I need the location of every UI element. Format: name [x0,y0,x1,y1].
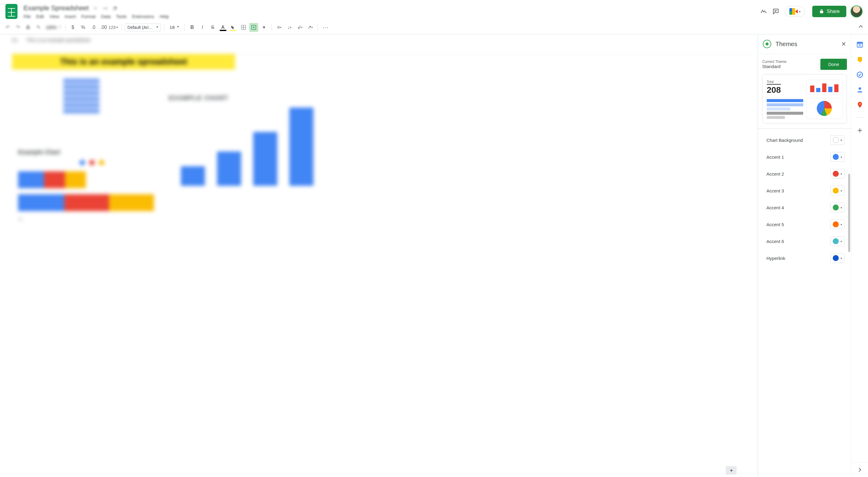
cell-reference[interactable]: A1 [12,37,18,42]
star-icon[interactable]: ☆ [93,5,98,11]
panel-header: Themes ✕ [758,34,851,54]
meet-icon [789,8,798,15]
title-block: Example Spreadsheet ☆ ▭ ◔ File Edit View… [24,4,169,19]
close-panel-button[interactable]: ✕ [841,40,846,47]
strikethrough-button[interactable]: S [208,23,217,32]
cloud-status-icon[interactable]: ◔ [112,5,118,11]
menu-view[interactable]: View [50,14,59,19]
collapse-toolbar-button[interactable] [858,24,864,31]
formula-input[interactable]: This is an example spreadsheet [27,37,90,42]
theme-option-label: Accent 3 [767,188,784,193]
embedded-chart-columns[interactable]: EXAMPLE CHART [169,95,326,194]
color-picker[interactable]: ▾ [830,236,844,246]
meet-button[interactable]: ▾ [785,6,805,17]
color-picker[interactable]: ▾ [830,253,844,263]
theme-option-row: Accent 2▾ [758,165,851,182]
bold-button[interactable]: B [188,23,197,32]
percent-button[interactable]: % [79,23,88,32]
italic-button[interactable]: I [198,23,207,32]
font-size-select[interactable]: 18 [167,24,181,31]
contacts-icon[interactable] [856,86,864,93]
explore-button[interactable]: ✦ [726,466,737,475]
decrease-decimal-button[interactable]: .0 [89,23,98,32]
more-toolbar-button[interactable]: ⋯ [321,23,330,32]
panel-title: Themes [775,41,837,47]
doc-title[interactable]: Example Spreadsheet [24,4,89,12]
done-button[interactable]: Done [820,59,847,70]
sheet-content: A1 This is an example spreadsheet This i… [0,34,758,477]
theme-option-row: Hyperlink▾ [758,250,851,267]
vertical-align-button[interactable]: ↓▾ [285,23,294,32]
separator [318,24,318,31]
theme-preview-card[interactable]: Total 208 [762,74,847,124]
undo-button[interactable]: ↶ [3,23,12,32]
print-button[interactable]: 🖶 [24,23,33,32]
workspace: A1 This is an example spreadsheet This i… [0,34,868,477]
menu-tools[interactable]: Tools [116,14,127,19]
formula-bar[interactable]: A1 This is an example spreadsheet [12,37,752,42]
currency-button[interactable]: $ [68,23,78,32]
account-avatar[interactable] [850,5,863,18]
color-swatch [833,238,839,244]
borders-button[interactable] [239,23,248,32]
menu-help[interactable]: Help [159,14,169,19]
menu-insert[interactable]: Insert [64,14,76,19]
theme-option-label: Accent 5 [767,222,784,227]
color-swatch [833,204,839,210]
rail-divider [856,117,864,118]
sheet-area[interactable]: A1 This is an example spreadsheet This i… [0,34,758,477]
increase-decimal-button[interactable]: .00 [99,23,108,32]
move-icon[interactable]: ▭ [102,5,108,11]
redo-button[interactable]: ↷ [13,23,22,32]
color-swatch [833,154,839,160]
text-color-button[interactable]: A [218,23,227,32]
menu-format[interactable]: Format [82,14,96,19]
current-theme-row: Current Theme Standard Done [758,54,851,74]
merge-cells-button[interactable] [249,23,258,32]
color-picker[interactable]: ▾ [830,169,844,178]
text-rotation-button[interactable]: ↗▾ [306,23,315,32]
keep-icon[interactable] [856,56,864,63]
chevron-down-icon: ▾ [799,10,801,13]
preview-bar-chart [806,80,843,95]
zoom-select[interactable]: 100% [44,24,62,31]
menu-edit[interactable]: Edit [36,14,44,19]
color-picker[interactable]: ▾ [830,219,844,229]
merge-dropdown[interactable]: ▾ [259,23,269,32]
more-formats-button[interactable]: 123 [110,23,119,32]
chevron-down-icon: ▾ [841,156,842,159]
color-picker[interactable]: ▾ [830,152,844,162]
highlighted-cell[interactable]: This is an example spreadsheet [12,54,235,70]
scrollbar-thumb[interactable] [848,174,850,252]
share-button[interactable]: Share [812,6,846,17]
font-select[interactable]: Default (Ari… [125,24,161,31]
fill-color-button[interactable] [229,23,238,32]
color-picker[interactable]: ▾ [830,203,844,212]
theme-icon [763,40,771,48]
color-picker[interactable]: ▾ [830,186,844,196]
add-addon-button[interactable] [856,127,864,134]
chevron-down-icon: ▾ [841,240,842,243]
menu-extensions[interactable]: Extensions [132,14,154,19]
text-wrap-button[interactable]: ↲▾ [296,23,304,32]
chevron-down-icon: ▾ [841,223,842,226]
toolbar: ↶ ↷ 🖶 ✎ 100% $ % .0 .00 123 Default (Ari… [0,21,868,34]
menu-data[interactable]: Data [101,14,111,19]
sheets-logo-icon[interactable] [5,4,18,19]
maps-icon[interactable] [856,101,864,108]
themes-panel: Themes ✕ Current Theme Standard Done Tot… [758,34,851,477]
paint-format-button[interactable]: ✎ [34,23,43,32]
separator [272,24,272,31]
menu-file[interactable]: File [24,14,31,19]
color-picker[interactable]: ▾ [830,135,844,145]
activity-icon[interactable] [758,5,770,18]
tasks-icon[interactable] [856,71,864,78]
theme-option-row: Accent 5▾ [758,216,851,233]
right-rail: 31 [851,34,868,477]
calendar-icon[interactable]: 31 [856,41,864,48]
theme-option-label: Chart Background [767,138,803,143]
hide-rail-button[interactable] [851,462,868,477]
horizontal-align-button[interactable]: ≡▾ [275,23,284,32]
embedded-chart-stacked[interactable]: Example Chart 0 [18,149,166,239]
comments-icon[interactable] [770,5,782,18]
